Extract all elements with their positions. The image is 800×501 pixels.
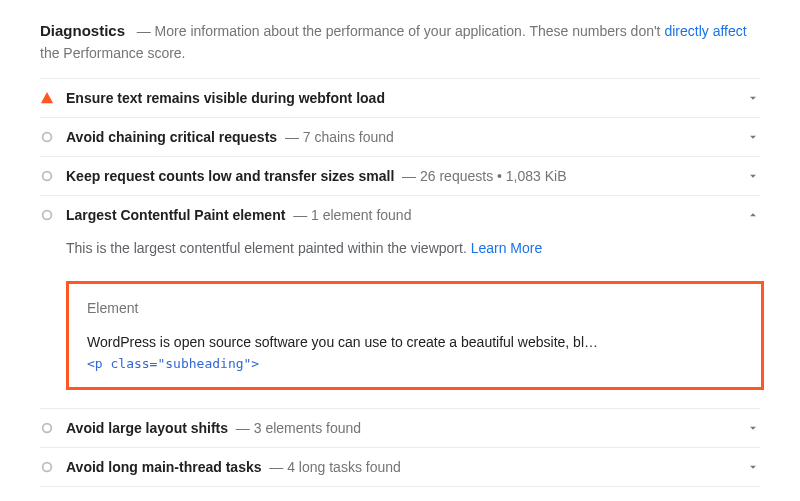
chevron-down-icon [746, 460, 760, 474]
audit-requests: Keep request counts low and transfer siz… [40, 156, 760, 195]
audit-detail: — 4 long tasks found [269, 459, 401, 475]
directly-affect-link[interactable]: directly affect [664, 23, 746, 39]
audit-layout-shifts: Avoid large layout shifts — 3 elements f… [40, 408, 760, 447]
audit-row-main-thread[interactable]: Avoid long main-thread tasks — 4 long ta… [40, 448, 760, 486]
svg-point-2 [43, 171, 52, 180]
circle-gray-icon [40, 169, 54, 183]
audit-row-webfont[interactable]: Ensure text remains visible during webfo… [40, 79, 760, 117]
audit-main-thread: Avoid long main-thread tasks — 4 long ta… [40, 447, 760, 487]
chevron-down-icon [746, 169, 760, 183]
audit-title: Ensure text remains visible during webfo… [66, 90, 385, 106]
audit-lcp: Largest Contentful Paint element — 1 ele… [40, 195, 760, 408]
audit-title: Largest Contentful Paint element [66, 207, 285, 223]
audit-title: Avoid large layout shifts [66, 420, 228, 436]
audit-row-chaining[interactable]: Avoid chaining critical requests — 7 cha… [40, 118, 760, 156]
circle-gray-icon [40, 208, 54, 222]
circle-gray-icon [40, 421, 54, 435]
element-text: WordPress is open source software you ca… [87, 334, 743, 350]
audit-row-layout-shifts[interactable]: Avoid large layout shifts — 3 elements f… [40, 409, 760, 447]
audit-detail: — 26 requests • 1,083 KiB [402, 168, 566, 184]
audit-webfont: Ensure text remains visible during webfo… [40, 78, 760, 117]
learn-more-link[interactable]: Learn More [471, 240, 543, 256]
svg-point-3 [43, 210, 52, 219]
element-code: <p class="subheading"> [87, 356, 743, 371]
lcp-description: This is the largest contentful element p… [66, 238, 760, 259]
audit-lcp-expanded: This is the largest contentful element p… [40, 234, 760, 408]
circle-gray-icon [40, 460, 54, 474]
audit-detail: — 7 chains found [285, 129, 394, 145]
audit-title: Avoid long main-thread tasks [66, 459, 262, 475]
element-label: Element [87, 300, 743, 316]
chevron-down-icon [746, 130, 760, 144]
section-title: Diagnostics [40, 22, 125, 39]
triangle-warning-icon [40, 91, 54, 105]
diagnostics-header: Diagnostics — More information about the… [40, 20, 760, 72]
chevron-up-icon [746, 208, 760, 222]
audit-row-requests[interactable]: Keep request counts low and transfer siz… [40, 157, 760, 195]
audit-detail: — 1 element found [293, 207, 411, 223]
audit-list: Ensure text remains visible during webfo… [40, 78, 760, 487]
circle-gray-icon [40, 130, 54, 144]
section-description: — More information about the performance… [40, 23, 747, 61]
svg-point-4 [43, 423, 52, 432]
audit-row-lcp[interactable]: Largest Contentful Paint element — 1 ele… [40, 196, 760, 234]
svg-point-1 [43, 132, 52, 141]
svg-marker-0 [41, 91, 53, 102]
chevron-down-icon [746, 421, 760, 435]
audit-detail: — 3 elements found [236, 420, 361, 436]
audit-title: Avoid chaining critical requests [66, 129, 277, 145]
svg-point-5 [43, 462, 52, 471]
audit-title: Keep request counts low and transfer siz… [66, 168, 394, 184]
chevron-down-icon [746, 91, 760, 105]
lcp-element-box: Element WordPress is open source softwar… [66, 281, 764, 390]
audit-chaining: Avoid chaining critical requests — 7 cha… [40, 117, 760, 156]
